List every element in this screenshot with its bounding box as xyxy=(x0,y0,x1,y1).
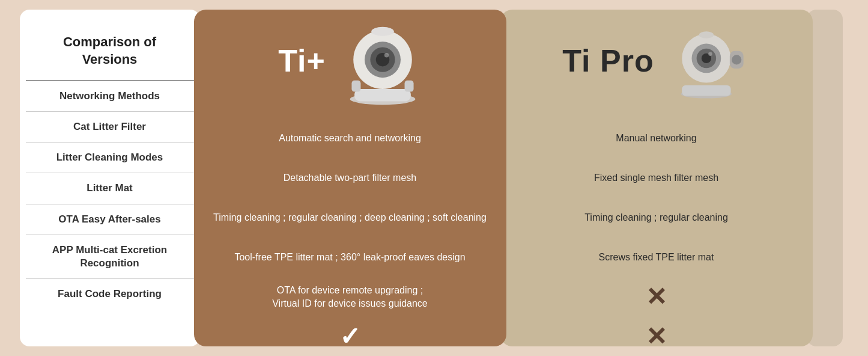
tiplus-feature-networking: Automatic search and networking xyxy=(206,122,494,155)
svg-point-7 xyxy=(371,27,394,36)
tipro-feature-mat: Screws fixed TPE litter mat xyxy=(512,241,801,274)
tipro-robot-image xyxy=(672,16,750,106)
tipro-card: Ti Pro Manual networking xyxy=(500,10,813,346)
tiplus-header: Ti+ xyxy=(206,10,494,115)
tiplus-robot-image xyxy=(344,16,422,106)
tipro-x-ota: ✕ xyxy=(646,280,667,315)
tiplus-feature-ota: OTA for device remote upgrading ; Virtua… xyxy=(206,281,494,313)
svg-rect-8 xyxy=(351,81,360,92)
tipro-feature-multicat: ✕ xyxy=(512,321,801,353)
tipro-header: Ti Pro xyxy=(512,10,801,115)
svg-point-16 xyxy=(708,52,712,56)
sidebar-item-ota: OTA Easy After-sales xyxy=(26,204,194,235)
svg-rect-11 xyxy=(682,85,730,96)
tipro-feature-ota: ✕ xyxy=(512,281,801,313)
sidebar: Comparison of Versions Networking Method… xyxy=(20,10,200,346)
svg-point-19 xyxy=(699,31,713,38)
tipro-feature-networking: Manual networking xyxy=(512,122,801,155)
tipro-x-multicat: ✕ xyxy=(646,319,667,355)
sidebar-item-multicat: APP Multi-cat Excretion Recognition xyxy=(26,235,194,279)
sidebar-item-litter-mat: Litter Mat xyxy=(26,173,194,204)
tiplus-feature-mat: Tool-free TPE litter mat ; 360° leak-pro… xyxy=(206,241,494,274)
tipro-title: Ti Pro xyxy=(562,43,654,79)
sidebar-item-cleaning-modes: Litter Cleaning Modes xyxy=(26,143,194,173)
svg-point-18 xyxy=(732,55,741,64)
tiplus-feature-multicat: ✓ xyxy=(206,321,494,353)
tiplus-feature-filter: Detachable two-part filter mesh xyxy=(206,162,494,194)
sidebar-title: Comparison of Versions xyxy=(26,22,194,81)
tipro-feature-filter: Fixed single mesh filter mesh xyxy=(512,162,801,194)
sidebar-item-filter: Cat Litter Filter xyxy=(26,112,194,143)
tiplus-card: Ti+ Automatic search and netw xyxy=(194,10,506,346)
svg-rect-9 xyxy=(404,81,413,92)
comparison-container: Comparison of Versions Networking Method… xyxy=(20,10,849,346)
svg-point-6 xyxy=(384,53,389,58)
svg-rect-1 xyxy=(354,89,411,102)
tiplus-title: Ti+ xyxy=(278,43,326,79)
tiplus-feature-cleaning: Timing cleaning ; regular cleaning ; dee… xyxy=(206,201,494,234)
tipro-feature-cleaning: Timing cleaning ; regular cleaning xyxy=(512,201,801,234)
tiplus-check-multicat: ✓ xyxy=(339,319,360,355)
sidebar-item-networking: Networking Methods xyxy=(26,81,194,112)
sidebar-item-fault: Fault Code Reporting xyxy=(26,279,194,309)
